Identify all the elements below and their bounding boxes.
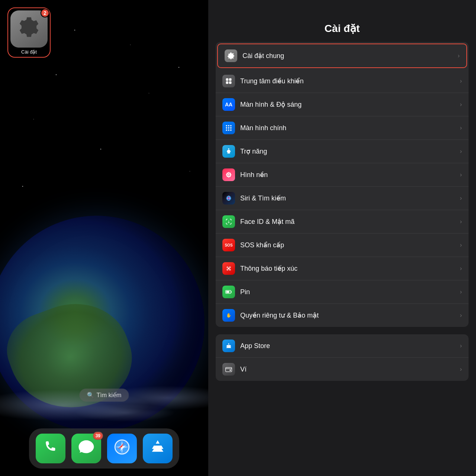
privacy-icon: ✋ [222,309,235,322]
settings-group-1: Cài đặt chung › Trung tâm điều khiển › [216,42,469,327]
settings-item-siri[interactable]: Siri & Tìm kiếm › [216,187,469,210]
phone-icon [42,438,59,459]
dock-phone[interactable] [36,434,65,463]
wallet-icon [222,363,235,376]
svg-point-29 [229,172,231,174]
search-text: Tìm kiếm [97,392,122,399]
svg-point-25 [230,174,232,175]
svg-point-34 [229,266,231,268]
siri-label: Siri & Tìm kiếm [240,194,460,202]
settings-item-wallet[interactable]: Ví › [216,358,469,381]
svg-rect-12 [228,125,229,126]
settings-header: Cài đặt [208,0,476,42]
aa-text: AA [225,102,232,107]
settings-item-accessibility[interactable]: Trợ năng › [216,140,469,163]
settings-item-privacy[interactable]: ✋ Quyền riêng tư & Bảo mật › [216,304,469,327]
chevron-icon: › [460,366,462,373]
settings-list: Cài đặt chung › Trung tâm điều khiển › [208,42,476,388]
wallet-label: Ví [240,366,460,373]
svg-rect-19 [230,129,231,131]
chevron-icon: › [458,52,460,59]
settings-item-control-center[interactable]: Trung tâm điều khiển › [216,70,469,93]
battery-icon [222,286,235,298]
settings-app-icon-container[interactable]: 2 Cài đặt [7,7,51,58]
svg-rect-7 [226,78,229,81]
chevron-icon: › [460,101,462,108]
battery-label: Pin [240,288,460,296]
star [130,45,131,45]
svg-rect-9 [226,81,229,84]
badge-count: 2 [41,9,49,17]
siri-icon [222,192,235,205]
svg-rect-42 [230,370,231,371]
chevron-icon: › [460,78,462,84]
svg-rect-15 [228,127,229,128]
control-center-label: Trung tâm điều khiển [240,77,460,85]
star [22,186,23,187]
svg-point-21 [228,174,229,176]
privacy-label: Quyền riêng tư & Bảo mật [240,311,460,319]
settings-title: Cài đặt [325,23,360,34]
svg-point-37 [228,268,229,269]
wallpaper-label: Hình nền [240,171,460,179]
settings-item-sos[interactable]: SOS SOS khẩn cấp › [216,234,469,257]
svg-point-24 [226,174,228,175]
svg-rect-8 [229,78,232,81]
settings-item-general[interactable]: Cài đặt chung › [217,44,467,68]
gear-icon [16,16,42,42]
appstore-settings-label: App Store [240,342,460,350]
settings-item-faceid[interactable]: Face ID & Mật mã › [216,210,469,234]
exposure-label: Thông báo tiếp xúc [240,264,460,273]
svg-rect-17 [226,129,227,131]
appstore-settings-icon [222,340,235,352]
settings-item-exposure[interactable]: Thông báo tiếp xúc › [216,257,469,280]
svg-point-33 [226,266,228,268]
settings-panel: Cài đặt Cài đặt chung › [208,0,476,476]
settings-app-icon[interactable]: 2 [10,10,48,48]
search-icon: 🔍 [87,392,94,399]
homescreen-icon [222,122,235,134]
star [178,67,179,68]
dock-safari[interactable] [107,434,137,463]
svg-rect-16 [230,127,231,128]
svg-rect-14 [226,127,227,128]
chevron-icon: › [460,312,462,319]
svg-point-20 [228,148,229,149]
search-bar[interactable]: 🔍 Tìm kiếm [80,389,129,402]
star [74,30,75,30]
chevron-icon: › [460,242,462,248]
svg-point-26 [226,172,228,174]
settings-item-appstore[interactable]: App Store › [216,334,469,358]
control-center-icon [222,75,235,87]
star [190,171,190,171]
svg-text:✋: ✋ [226,313,232,318]
chevron-icon: › [460,265,462,272]
display-label: Màn hình & Độ sáng [240,100,460,109]
chevron-icon: › [460,289,462,295]
svg-rect-39 [226,291,229,293]
accessibility-icon [222,145,235,158]
settings-group-2: App Store › Ví › [216,334,469,381]
display-icon: AA [222,98,235,111]
star [56,74,57,75]
safari-icon [113,438,131,459]
settings-item-homescreen[interactable]: Màn hình chính › [216,116,469,140]
svg-rect-10 [229,81,232,84]
wallpaper-icon [222,168,235,181]
chevron-icon: › [460,171,462,178]
general-label: Cài đặt chung [242,52,458,60]
app-label: Cài đặt [21,49,37,55]
settings-item-display[interactable]: AA Màn hình & Độ sáng › [216,93,469,116]
dock-appstore[interactable] [143,434,173,463]
settings-item-wallpaper[interactable]: Hình nền › [216,163,469,187]
chevron-icon: › [460,148,462,155]
svg-rect-41 [226,367,232,372]
settings-item-battery[interactable]: Pin › [216,280,469,304]
dock-messages[interactable]: 39 [71,434,101,463]
svg-point-22 [228,172,229,174]
accessibility-label: Trợ năng [240,147,460,155]
star [149,93,149,93]
svg-point-23 [228,176,229,178]
chevron-icon: › [460,342,462,349]
appstore-icon [149,438,166,459]
